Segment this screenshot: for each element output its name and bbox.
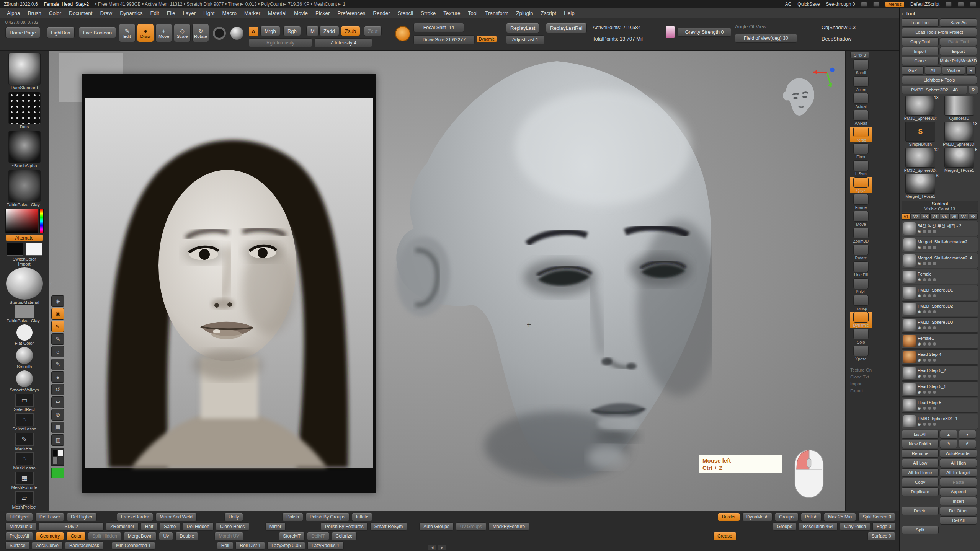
subtool-thumbnail[interactable] bbox=[903, 351, 916, 363]
subtool-action-button[interactable]: Split bbox=[902, 526, 939, 534]
dock-button[interactable]: DelMT bbox=[307, 532, 329, 540]
subtool-eye-icon[interactable] bbox=[918, 406, 921, 410]
dock-button[interactable]: Color bbox=[66, 532, 86, 540]
subtool-toggle-icon[interactable] bbox=[933, 423, 936, 426]
dock-button[interactable]: Polish By Groups bbox=[305, 513, 350, 521]
menu-item[interactable]: Texture bbox=[439, 9, 464, 17]
subtool-item[interactable]: Head Step-5_2 bbox=[902, 365, 978, 381]
current-material-icon[interactable] bbox=[230, 27, 243, 40]
subtool-toggle-icon[interactable] bbox=[923, 342, 926, 346]
spix-slider[interactable]: SPix 3 bbox=[850, 52, 869, 58]
tool-thumbnail[interactable] bbox=[905, 96, 935, 116]
dock-button[interactable]: ClayPolish bbox=[840, 522, 870, 531]
menu-item[interactable]: Layer bbox=[179, 9, 199, 17]
subtool-toggles[interactable] bbox=[918, 342, 936, 346]
subtool-tab[interactable]: V4 bbox=[930, 213, 939, 220]
tool-action-button[interactable]: Make PolyMesh3D bbox=[940, 57, 977, 65]
tool-thumbnail-cell[interactable]: 13 PM3D_Sphere3D: bbox=[902, 96, 939, 121]
subtool-action-button[interactable]: All High bbox=[940, 459, 977, 467]
subtool-toggle-icon[interactable] bbox=[928, 326, 931, 329]
panel-collapse-icon[interactable]: ‹ bbox=[902, 11, 903, 16]
subtool-thumbnail[interactable] bbox=[903, 383, 916, 395]
m-button[interactable]: M bbox=[306, 26, 319, 36]
switch-color-swatches[interactable] bbox=[7, 243, 42, 256]
rgb-button[interactable]: Rgb bbox=[283, 26, 301, 36]
tray-thumbnail[interactable] bbox=[15, 304, 34, 318]
dock-button[interactable]: Min Connected 1 bbox=[112, 541, 155, 550]
z-intensity-slider[interactable]: Z Intensity 4 bbox=[315, 38, 372, 47]
see-through-slider[interactable]: See-through 0 bbox=[826, 2, 855, 7]
tray-thumbnail[interactable] bbox=[16, 347, 33, 364]
dock-button[interactable] bbox=[99, 513, 114, 521]
subtool-toggle-icon[interactable] bbox=[933, 342, 936, 346]
subtool-toggles[interactable] bbox=[918, 229, 961, 233]
mini-color-swatches[interactable] bbox=[51, 448, 64, 466]
subtool-thumbnail[interactable] bbox=[903, 222, 916, 235]
subtool-item[interactable]: 34강 여성 두상 제작 - 2 bbox=[902, 221, 978, 236]
subtool-tab[interactable]: V8 bbox=[969, 213, 978, 220]
dock-button[interactable]: MidValue 0 bbox=[5, 522, 36, 531]
alternate-button[interactable]: Alternate bbox=[6, 235, 43, 241]
dock-button[interactable]: BackfaceMask bbox=[65, 541, 103, 550]
tray-thumbnail[interactable] bbox=[16, 324, 33, 341]
subtool-toggles[interactable] bbox=[918, 374, 946, 378]
mode-button[interactable]: ✎ Edit bbox=[119, 24, 136, 42]
zcut-button[interactable]: Zcut bbox=[364, 26, 382, 36]
tray-item[interactable]: SmoothValleys bbox=[7, 370, 42, 393]
subtool-toggles[interactable] bbox=[918, 358, 941, 362]
dynamic-toggle[interactable]: Dynamic bbox=[477, 36, 497, 42]
subtool-eye-icon[interactable] bbox=[918, 229, 921, 233]
subtool-toggle-icon[interactable] bbox=[928, 246, 931, 249]
subtool-toggle-icon[interactable] bbox=[923, 423, 926, 426]
menu-item[interactable]: Picker bbox=[312, 9, 334, 17]
subtool-tab[interactable]: V5 bbox=[940, 213, 949, 220]
lightbox-button[interactable]: LightBox bbox=[47, 27, 75, 38]
tray-item[interactable]: ~BrushAlpha bbox=[7, 131, 42, 168]
tray-thumbnail[interactable]: ◌ bbox=[15, 452, 34, 465]
subtool-toggle-icon[interactable] bbox=[928, 230, 931, 233]
tool-thumbnail[interactable] bbox=[944, 96, 974, 116]
subtool-toggle-icon[interactable] bbox=[923, 391, 926, 394]
subtool-eye-icon[interactable] bbox=[918, 245, 921, 249]
subtool-toggle-icon[interactable] bbox=[923, 359, 926, 362]
reference-photo[interactable] bbox=[82, 74, 376, 493]
tool-action-button[interactable]: All bbox=[925, 66, 941, 75]
subtool-thumbnail[interactable] bbox=[903, 271, 916, 283]
dock-button[interactable]: Del Hidden bbox=[183, 522, 214, 531]
dock-button[interactable]: StoreMT bbox=[279, 532, 305, 540]
dock-button[interactable]: MaskByFeature bbox=[488, 522, 529, 531]
tray-thumbnail[interactable] bbox=[8, 131, 41, 163]
subtool-toggle-icon[interactable] bbox=[933, 262, 936, 265]
menu-item[interactable]: Tool bbox=[464, 9, 481, 17]
subtool-toggle-icon[interactable] bbox=[923, 262, 926, 265]
dock-button[interactable] bbox=[199, 513, 222, 521]
draw-size-slider[interactable]: Draw Size 21.62277 bbox=[413, 35, 475, 44]
subtool-action-button[interactable]: ▴ bbox=[940, 430, 957, 439]
tray-item[interactable]: ▭ SelectRect bbox=[7, 394, 42, 412]
replay-last-rel-button[interactable]: ReplayLastRel bbox=[546, 23, 587, 33]
subtool-action-button[interactable]: Del Other bbox=[940, 507, 977, 515]
subtool-toggle-icon[interactable] bbox=[928, 407, 931, 410]
subtool-action-button[interactable]: ↱ bbox=[959, 440, 976, 448]
subtool-tab[interactable]: V7 bbox=[959, 213, 968, 220]
deep-shadow-slider[interactable]: DeepShadow bbox=[822, 36, 851, 42]
ui-config-icon[interactable] bbox=[958, 2, 964, 7]
dock-button[interactable]: Roll Dist 1 bbox=[235, 541, 265, 550]
ui-config-icon[interactable] bbox=[970, 2, 976, 7]
subtool-toggle-icon[interactable] bbox=[928, 278, 931, 281]
dock-button[interactable]: DynaMesh bbox=[742, 513, 773, 521]
menu-item[interactable]: Material bbox=[264, 9, 290, 17]
tool-thumbnail[interactable] bbox=[944, 122, 974, 142]
obj-shadow-slider[interactable]: ObjShadow 0.3 bbox=[822, 24, 856, 30]
subtool-eye-icon[interactable] bbox=[918, 358, 921, 362]
subtool-toggle-icon[interactable] bbox=[933, 230, 936, 233]
subtool-toggles[interactable] bbox=[918, 390, 946, 394]
subtool-action-button[interactable]: Paste bbox=[940, 478, 977, 486]
menu-item[interactable]: Transform bbox=[481, 9, 512, 17]
subtool-toggle-icon[interactable] bbox=[928, 262, 931, 265]
subtool-thumbnail[interactable] bbox=[903, 399, 916, 411]
subtool-toggles[interactable] bbox=[918, 277, 936, 282]
subtool-item[interactable]: Female bbox=[902, 269, 978, 284]
subtool-toggles[interactable] bbox=[918, 406, 941, 410]
tray-thumbnail[interactable] bbox=[8, 53, 41, 85]
